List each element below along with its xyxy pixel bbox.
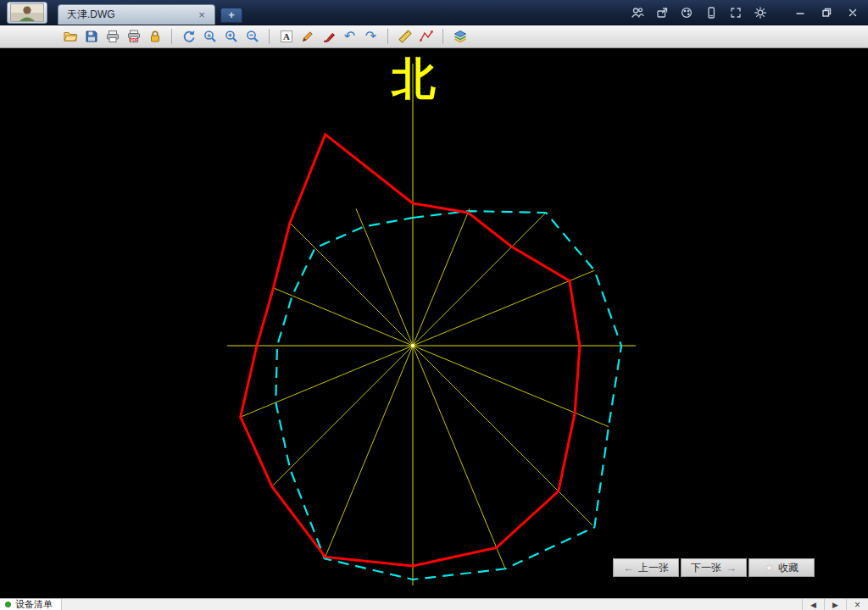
layers-icon[interactable]: [449, 27, 470, 47]
favorite-label: 收藏: [778, 561, 798, 575]
statusbar: 设备清单 ◀ ▶ ×: [0, 598, 868, 610]
left-arrow-icon: ←: [623, 562, 634, 574]
zoom-extents-icon[interactable]: ±: [199, 27, 220, 47]
north-label: 北: [388, 55, 439, 103]
nav-forward-button[interactable]: ▶: [824, 599, 846, 610]
favorite-button[interactable]: ★ 收藏: [748, 558, 815, 577]
maximize-icon[interactable]: [818, 5, 835, 20]
tab-tianjin-dwg[interactable]: 天津.DWG ×: [58, 4, 215, 25]
text-annotation-icon[interactable]: A: [275, 27, 297, 47]
device-list-label: 设备清单: [15, 598, 53, 610]
toolbar-separator: [171, 29, 172, 44]
toolbar-separator: [387, 29, 388, 44]
zoom-in-icon[interactable]: [220, 27, 242, 47]
right-arrow-icon: →: [726, 562, 737, 574]
page-nav-overlay: ← 上一张 下一张 → ★ 收藏: [613, 558, 815, 577]
zoom-out-icon[interactable]: [242, 27, 263, 47]
new-tab-button[interactable]: +: [220, 8, 242, 23]
rotate-view-icon[interactable]: [178, 27, 199, 47]
toolbar-separator: [442, 29, 443, 44]
save-icon[interactable]: [81, 27, 102, 47]
star-icon: ★: [765, 562, 774, 574]
users-icon[interactable]: [630, 5, 645, 20]
app-window: 天津.DWG × +: [0, 0, 868, 610]
palette-icon[interactable]: [679, 5, 694, 20]
panel-close-button[interactable]: ×: [846, 599, 868, 610]
undo-icon[interactable]: ↶: [339, 27, 360, 47]
svg-text:A: A: [283, 31, 290, 42]
minimize-icon[interactable]: [792, 5, 809, 20]
lock-icon[interactable]: [144, 27, 165, 47]
titlebar-icons: [630, 5, 868, 20]
drawing-canvas[interactable]: 北 ← 上一张 下一张 → ★ 收藏: [0, 48, 868, 598]
mobile-icon[interactable]: [704, 5, 719, 20]
previous-sheet-button[interactable]: ← 上一张: [613, 558, 679, 577]
toolbar: PDF ±: [0, 25, 868, 48]
share-icon[interactable]: [654, 5, 670, 20]
svg-text:PDF: PDF: [129, 37, 138, 42]
app-menu-button[interactable]: [7, 2, 47, 24]
fullscreen-icon[interactable]: [728, 5, 743, 20]
print-icon[interactable]: [102, 27, 123, 47]
svg-text:±: ±: [207, 31, 210, 39]
open-file-icon[interactable]: [59, 27, 81, 47]
pencil-icon[interactable]: [297, 27, 318, 47]
wind-rose-drawing[interactable]: [0, 48, 868, 598]
redo-icon[interactable]: ↷: [360, 27, 381, 47]
print-pdf-icon[interactable]: PDF: [123, 27, 144, 47]
tab-title: 天津.DWG: [67, 8, 196, 22]
close-icon[interactable]: [844, 5, 861, 20]
toolbar-separator: [269, 29, 270, 44]
measure-length-icon[interactable]: [394, 27, 415, 47]
status-dot-icon: [5, 602, 11, 607]
statusbar-nav: ◀ ▶ ×: [802, 599, 868, 610]
tab-close-icon[interactable]: ×: [196, 8, 208, 21]
marker-icon[interactable]: [318, 27, 339, 47]
next-sheet-button[interactable]: 下一张 →: [681, 558, 747, 577]
measure-polyline-icon[interactable]: [415, 27, 437, 47]
device-list-panel[interactable]: 设备清单: [0, 599, 62, 610]
titlebar: 天津.DWG × +: [0, 0, 868, 25]
settings-gear-icon[interactable]: [753, 5, 768, 20]
previous-sheet-label: 上一张: [638, 561, 669, 575]
avatar-icon: [10, 3, 44, 22]
next-sheet-label: 下一张: [691, 561, 721, 575]
nav-back-button[interactable]: ◀: [802, 599, 824, 610]
